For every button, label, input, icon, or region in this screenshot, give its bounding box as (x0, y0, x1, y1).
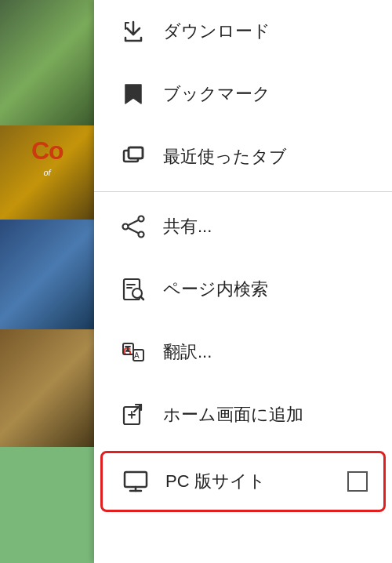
menu-item-add-to-home[interactable]: ホーム画面に追加 (94, 383, 392, 446)
svg-point-5 (123, 224, 129, 230)
menu-divider-1 (94, 191, 392, 192)
svg-line-9 (129, 228, 139, 233)
menu-container: ダウンロード ブックマーク 最近使ったタブ (94, 0, 392, 563)
menu-label-download: ダウンロード (163, 20, 270, 43)
svg-marker-1 (125, 85, 141, 104)
menu-label-bookmark: ブックマーク (163, 83, 270, 106)
menu-label-recent-tabs: 最近使ったタブ (163, 146, 287, 169)
menu-item-download[interactable]: ダウンロード (94, 0, 392, 63)
bg-thumbnail-4 (0, 329, 94, 447)
download-icon (116, 14, 151, 49)
svg-point-6 (139, 216, 144, 222)
find-in-page-icon (116, 272, 151, 307)
menu-item-recent-tabs[interactable]: 最近使ったタブ (94, 125, 392, 188)
menu-item-bookmark[interactable]: ブックマーク (94, 63, 392, 125)
menu-label-share: 共有... (163, 216, 212, 238)
share-icon (116, 209, 151, 244)
translate-icon: G G A (116, 335, 151, 369)
svg-line-12 (140, 296, 143, 300)
svg-rect-3 (129, 147, 143, 158)
menu-item-find-in-page[interactable]: ページ内検索 (94, 258, 392, 321)
menu-label-desktop-site: PC 版サイト (165, 470, 347, 493)
menu-item-translate[interactable]: G G A 翻訳... (94, 321, 392, 383)
menu-label-translate: 翻訳... (163, 341, 212, 364)
svg-rect-26 (125, 472, 147, 487)
svg-line-8 (129, 220, 139, 225)
menu-label-find-in-page: ページ内検索 (163, 278, 268, 301)
desktop-site-checkbox[interactable] (347, 471, 368, 492)
bg-thumbnail-1 (0, 0, 94, 125)
svg-point-7 (139, 232, 144, 238)
menu-item-desktop-site[interactable]: PC 版サイト (100, 451, 386, 512)
desktop-icon (118, 464, 153, 499)
bookmark-icon (116, 77, 151, 111)
menu-item-share[interactable]: 共有... (94, 195, 392, 258)
bg-thumbnail-3 (0, 220, 94, 329)
add-home-icon (116, 398, 151, 432)
background-text-co: Co (31, 136, 64, 165)
menu-label-add-to-home: ホーム画面に追加 (163, 404, 303, 427)
svg-text:A: A (134, 351, 140, 360)
recent-tabs-icon (116, 140, 151, 174)
